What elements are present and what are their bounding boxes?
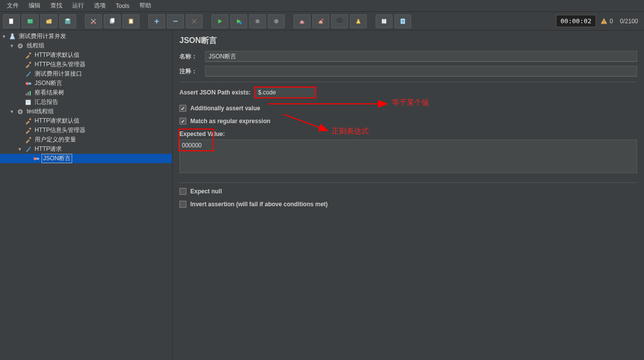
- gear-icon: [16, 108, 24, 116]
- expected-value-label: Expected Value:: [179, 131, 637, 137]
- svg-rect-17: [357, 19, 359, 20]
- menu-edit[interactable]: 编辑: [24, 0, 45, 11]
- start-no-pause-button[interactable]: [230, 14, 247, 28]
- clear-all-button[interactable]: [312, 14, 329, 28]
- svg-point-2: [29, 20, 30, 21]
- svg-rect-32: [26, 100, 31, 105]
- tree-node-threadgroup2[interactable]: ▼ test线程组: [0, 107, 172, 116]
- tree-node-user-vars[interactable]: · 用户定义的变量: [0, 135, 172, 144]
- assert-path-label: Assert JSON Path exists:: [179, 89, 251, 96]
- tree-node-sampler1[interactable]: · 测试费用计算接口: [0, 69, 172, 79]
- toggle-button[interactable]: [186, 14, 203, 28]
- comment-label: 注释：: [179, 67, 205, 76]
- wrench-icon: [24, 51, 32, 59]
- copy-button[interactable]: [104, 14, 121, 28]
- new-file-button[interactable]: [3, 14, 20, 28]
- collapse-button[interactable]: [167, 14, 184, 28]
- svg-rect-8: [111, 18, 114, 22]
- menu-run[interactable]: 运行: [67, 0, 89, 11]
- open-file-button[interactable]: [41, 14, 57, 28]
- menu-tools[interactable]: Tools: [111, 1, 134, 10]
- cut-button[interactable]: [85, 14, 102, 28]
- assert-path-input[interactable]: [255, 87, 316, 98]
- editor-panel: JSON断言 名称： 注释： Assert JSON Path exists: …: [172, 31, 644, 360]
- tree-node-http-defaults2[interactable]: · HTTP请求默认值: [0, 116, 172, 126]
- menu-file[interactable]: 文件: [2, 0, 24, 11]
- svg-point-37: [29, 137, 31, 139]
- tree-node-json-assert1[interactable]: · JSON断言: [0, 79, 172, 88]
- svg-point-23: [19, 45, 21, 47]
- tree-node-http-request[interactable]: ▼ HTTP请求: [0, 144, 172, 154]
- tree-node-testplan[interactable]: ▼ 测试费用计算并发: [0, 32, 172, 41]
- gear-icon: [16, 42, 24, 50]
- assert-icon: [24, 80, 32, 88]
- tree-node-header-manager1[interactable]: · HTTP信息头管理器: [0, 60, 172, 69]
- tree-node-summary-report[interactable]: · 汇总报告: [0, 97, 172, 107]
- paste-button[interactable]: [123, 14, 139, 28]
- svg-point-39: [34, 157, 37, 160]
- check-regex[interactable]: Match as regular expression: [179, 118, 637, 125]
- wrench-icon: [24, 61, 32, 69]
- svg-text:!: !: [603, 19, 604, 24]
- test-plan-tree[interactable]: ▼ 测试费用计算并发 ▼ 线程组 · HTTP请求默认值 · HTTP信息头管理…: [0, 31, 172, 360]
- svg-rect-10: [129, 19, 132, 23]
- svg-point-13: [274, 19, 279, 23]
- svg-rect-30: [28, 92, 29, 95]
- check-expect-null[interactable]: Expect null: [179, 188, 637, 195]
- tree-node-json-assert2[interactable]: · JSON断言: [0, 154, 172, 163]
- check-invert[interactable]: Invert assertion (will fail if above con…: [179, 201, 637, 208]
- svg-rect-12: [256, 19, 259, 23]
- pipette-icon: [24, 70, 32, 78]
- templates-button[interactable]: [22, 14, 39, 28]
- report-icon: [24, 98, 32, 106]
- function-helper-button[interactable]: [376, 14, 392, 28]
- panel-title: JSON断言: [179, 36, 637, 46]
- svg-rect-28: [29, 83, 31, 85]
- tree-node-http-defaults1[interactable]: · HTTP请求默认值: [0, 50, 172, 60]
- svg-point-27: [26, 82, 29, 85]
- warning-count: ! 0: [600, 17, 613, 25]
- menu-help[interactable]: 帮助: [134, 0, 156, 11]
- svg-point-34: [19, 111, 21, 113]
- svg-rect-31: [30, 91, 31, 95]
- tree-node-result-tree[interactable]: · 察看结果树: [0, 88, 172, 97]
- shutdown-button[interactable]: [268, 14, 285, 28]
- clear-button[interactable]: [294, 14, 310, 28]
- svg-point-14: [322, 18, 324, 20]
- svg-rect-26: [29, 72, 31, 73]
- checkbox-icon: [179, 105, 186, 112]
- svg-rect-0: [9, 18, 13, 24]
- checkbox-icon: [179, 118, 186, 125]
- assert-icon: [32, 155, 40, 163]
- svg-rect-1: [28, 19, 33, 23]
- toolbar: ? 00:00:02 ! 0 0/2100: [0, 12, 644, 31]
- checkbox-icon: [179, 188, 186, 195]
- svg-rect-40: [37, 158, 39, 160]
- beaker-icon: [8, 33, 16, 41]
- reset-search-button[interactable]: [350, 14, 367, 28]
- tree-node-header-manager2[interactable]: · HTTP信息头管理器: [0, 126, 172, 135]
- svg-point-35: [29, 118, 31, 120]
- save-button[interactable]: [59, 14, 76, 28]
- comment-input[interactable]: [205, 66, 637, 77]
- svg-point-11: [239, 21, 242, 24]
- svg-rect-4: [66, 18, 69, 20]
- checkbox-icon: [179, 201, 186, 208]
- svg-point-24: [29, 52, 31, 54]
- expected-value-input[interactable]: [179, 139, 637, 173]
- check-assert-value[interactable]: Additionally assert value: [179, 105, 637, 112]
- search-button[interactable]: [331, 14, 348, 28]
- tree-node-threadgroup1[interactable]: ▼ 线程组: [0, 41, 172, 50]
- stop-button[interactable]: [249, 14, 266, 28]
- svg-rect-29: [26, 93, 27, 95]
- menu-bar: 文件 编辑 查找 运行 选项 Tools 帮助: [0, 0, 644, 12]
- chart-icon: [24, 89, 32, 97]
- start-button[interactable]: [212, 14, 228, 28]
- help-button[interactable]: ?: [394, 14, 411, 28]
- name-input[interactable]: [205, 51, 637, 62]
- svg-text:?: ?: [402, 19, 404, 24]
- menu-options[interactable]: 选项: [89, 0, 111, 11]
- menu-search[interactable]: 查找: [45, 0, 67, 11]
- expand-button[interactable]: [148, 14, 165, 28]
- wrench-icon: [24, 117, 32, 125]
